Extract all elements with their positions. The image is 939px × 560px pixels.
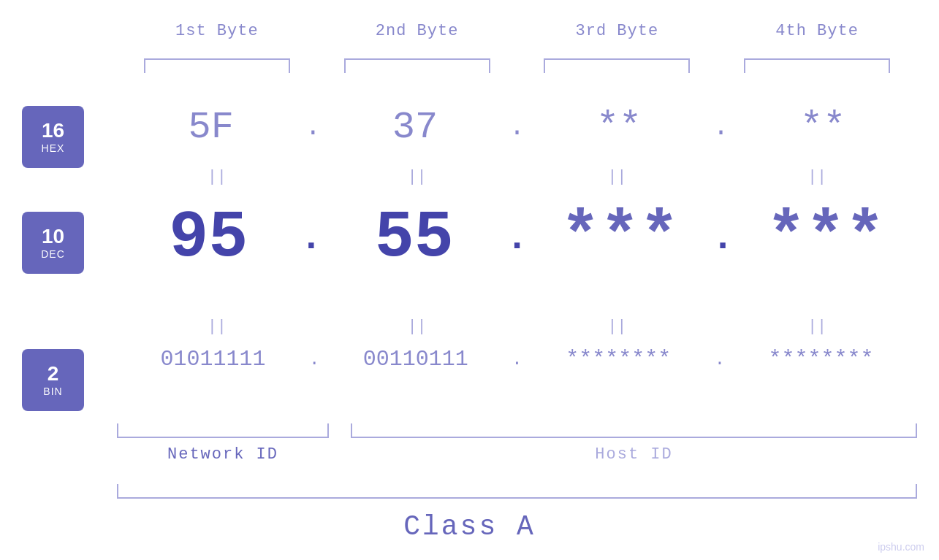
byte-header-3: 3rd Byte: [517, 22, 718, 40]
dec-value-3: ***: [560, 201, 679, 275]
bin-value-3: ********: [566, 347, 671, 372]
bin-row: 01011111 . 00110111 . ******** . *******…: [117, 347, 917, 372]
watermark: ipshu.com: [878, 541, 924, 553]
byte-headers: 1st Byte 2nd Byte 3rd Byte 4th Byte: [117, 22, 917, 40]
id-labels: Network ID Host ID: [117, 445, 917, 464]
bin-byte-3: ********: [522, 347, 715, 372]
equals-row-1: || || || ||: [117, 168, 917, 186]
dec-dot-1: .: [300, 217, 322, 260]
byte-header-1: 1st Byte: [117, 22, 317, 40]
hex-row: 5F . 37 . ** . **: [117, 106, 917, 149]
hex-base-num: 16: [42, 120, 64, 142]
dec-byte-3: ***: [528, 201, 711, 275]
bracket-4: [717, 58, 917, 73]
equals-1-3: ||: [517, 168, 718, 186]
bin-dot-3: .: [715, 350, 725, 369]
equals-row-2: || || || ||: [117, 318, 917, 336]
dec-badge-container: 10 DEC: [22, 212, 84, 274]
dec-value-4: ***: [767, 201, 885, 275]
byte-header-4: 4th Byte: [717, 22, 917, 40]
hex-byte-4: **: [729, 106, 917, 149]
hex-value-3: **: [596, 106, 642, 149]
hex-dot-1: .: [305, 112, 322, 142]
bin-value-1: 01011111: [160, 347, 265, 372]
bin-dot-2: .: [512, 350, 522, 369]
bin-badge: 2 BIN: [22, 349, 84, 411]
equals-2-3: ||: [517, 318, 718, 336]
dec-base-num: 10: [42, 226, 64, 248]
bracket-3: [517, 58, 718, 73]
host-bracket: [351, 423, 917, 438]
equals-2-4: ||: [717, 318, 917, 336]
top-brackets: [117, 58, 917, 73]
bin-dot-1: .: [309, 350, 319, 369]
hex-value-4: **: [800, 106, 845, 149]
dec-badge: 10 DEC: [22, 212, 84, 274]
class-label: Class A: [0, 511, 939, 542]
hex-badge-container: 16 HEX: [22, 106, 84, 168]
dec-value-2: 55: [375, 201, 454, 275]
dec-byte-4: ***: [734, 201, 917, 275]
network-id-label: Network ID: [117, 445, 329, 464]
bracket-line-1: [144, 58, 290, 73]
bracket-1: [117, 58, 317, 73]
hex-byte-2: 37: [321, 106, 509, 149]
network-bracket: [117, 423, 329, 438]
dec-base-label: DEC: [41, 248, 65, 260]
bin-byte-1: 01011111: [117, 347, 309, 372]
hex-value-1: 5F: [189, 106, 234, 149]
dec-byte-1: 95: [117, 201, 300, 275]
equals-1-2: ||: [317, 168, 517, 186]
bin-base-num: 2: [47, 363, 59, 386]
bottom-brackets: [117, 423, 917, 438]
hex-badge: 16 HEX: [22, 106, 84, 168]
equals-2-2: ||: [317, 318, 517, 336]
bin-value-2: 00110111: [363, 347, 468, 372]
bin-byte-4: ********: [725, 347, 917, 372]
bin-byte-2: 00110111: [319, 347, 512, 372]
dec-dot-3: .: [711, 217, 734, 260]
dec-dot-2: .: [506, 217, 528, 260]
byte-header-2: 2nd Byte: [317, 22, 517, 40]
equals-2-1: ||: [117, 318, 317, 336]
hex-byte-3: **: [525, 106, 713, 149]
bin-base-label: BIN: [43, 386, 62, 397]
bin-badge-container: 2 BIN: [22, 349, 84, 411]
hex-base-label: HEX: [42, 142, 65, 154]
equals-1-1: ||: [117, 168, 317, 186]
bracket-line-2: [344, 58, 490, 73]
dec-row: 95 . 55 . *** . ***: [117, 201, 917, 275]
main-container: 1st Byte 2nd Byte 3rd Byte 4th Byte 16 H…: [0, 0, 939, 560]
bracket-2: [317, 58, 517, 73]
host-id-label: Host ID: [351, 445, 917, 464]
bin-value-4: ********: [769, 347, 874, 372]
hex-dot-2: .: [509, 112, 525, 142]
large-bracket: [117, 484, 917, 499]
bracket-line-4: [744, 58, 890, 73]
equals-1-4: ||: [717, 168, 917, 186]
dec-byte-2: 55: [323, 201, 506, 275]
hex-dot-3: .: [713, 112, 729, 142]
hex-value-2: 37: [392, 106, 438, 149]
bracket-line-3: [544, 58, 690, 73]
hex-byte-1: 5F: [117, 106, 305, 149]
dec-value-1: 95: [169, 201, 248, 275]
